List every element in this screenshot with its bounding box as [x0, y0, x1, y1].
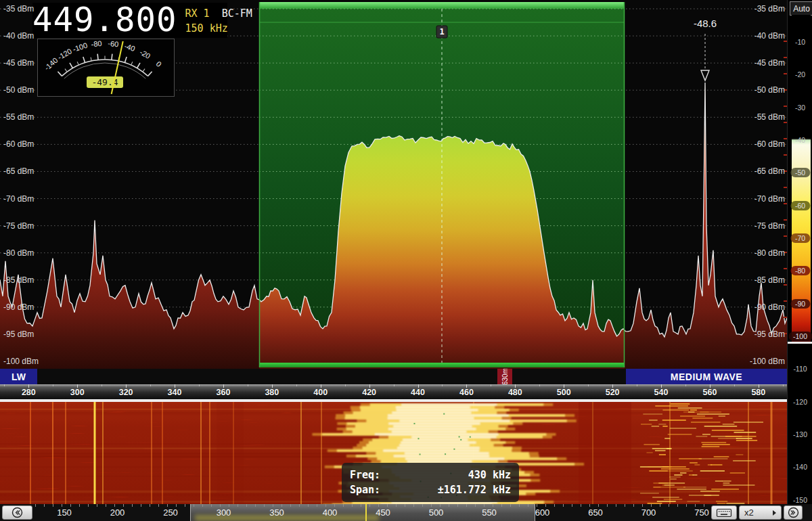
- bandwidth-label[interactable]: 150 kHz: [185, 22, 228, 35]
- dbm-label-right: -80 dBm: [754, 248, 785, 258]
- scrollbar-tick: [185, 504, 185, 507]
- scrollbar-tick: [273, 504, 273, 507]
- scrollbar-tick: [457, 504, 458, 507]
- scrollbar-tick: [281, 504, 282, 507]
- scrollbar-tick: [695, 504, 696, 507]
- freq-scale-tick: [588, 384, 589, 386]
- scrollbar-tick: [387, 504, 388, 507]
- band-medium-wave[interactable]: MEDIUM WAVE: [626, 369, 787, 384]
- scrollbar-freq-label: 500: [429, 507, 444, 518]
- scrollbar-tick: [114, 504, 115, 507]
- zoom-step-label: x2: [744, 507, 754, 518]
- scrollbar-tick: [229, 504, 229, 507]
- scrollbar-freq-label: 350: [269, 507, 284, 518]
- freq-scale-tick: [734, 384, 735, 386]
- scrollbar-tick: [396, 504, 397, 507]
- scrollbar-tick: [62, 504, 62, 507]
- colorbar-label-pill: -50: [790, 168, 810, 177]
- s-meter-scale-label: 0: [154, 60, 163, 68]
- colorbar-label-pill: -60: [790, 201, 810, 210]
- scrollbar-freq-label: 600: [535, 507, 550, 518]
- scrollbar-tick: [211, 504, 212, 507]
- freq-scale-label: 460: [459, 388, 474, 397]
- scrollbar-tick: [431, 504, 432, 507]
- vfo-frequency-display[interactable]: 449.800: [32, 3, 177, 38]
- colorbar-label-pill: -80: [790, 266, 810, 275]
- freq-scale-label: 400: [313, 388, 328, 397]
- mode-label[interactable]: BC-FM: [222, 7, 252, 20]
- freq-scale-label: 340: [168, 388, 182, 397]
- frequency-scrollbar[interactable]: 150200250300350400450500550600650700750 …: [0, 504, 812, 521]
- scrollbar-tick: [132, 504, 133, 507]
- frequency-scale[interactable]: 2803003203403603804004204404604805005205…: [0, 384, 787, 399]
- dbm-label-left: -85 dBm: [3, 275, 34, 285]
- dbm-label-right: -70 dBm: [754, 194, 785, 204]
- filter-selection-top-handle[interactable]: [259, 2, 625, 9]
- scroll-right-button[interactable]: [784, 505, 803, 520]
- tooltip-freq-label: Freq:: [350, 468, 380, 482]
- waterfall-separator[interactable]: [0, 399, 787, 402]
- colorbar-label-pill: -70: [790, 233, 810, 243]
- scroll-left-button[interactable]: [2, 505, 32, 520]
- scrollbar-tick: [167, 504, 168, 507]
- freq-scale-tick: [150, 384, 151, 386]
- colorbar-floor-marker[interactable]: [788, 342, 812, 344]
- scrollbar-tick: [493, 504, 493, 507]
- auto-gain-button[interactable]: Auto: [790, 1, 812, 16]
- scrollbar-tick: [651, 504, 652, 507]
- dbm-label-left: -50 dBm: [3, 85, 34, 95]
- dbm-label-left: -35 dBm: [3, 4, 34, 14]
- dbm-label-right: -35 dBm: [754, 4, 785, 14]
- scrollbar-tick: [405, 504, 405, 507]
- tooltip-span-value: ±161.772 kHz: [438, 482, 511, 497]
- scrollbar-freq-label: 400: [323, 507, 338, 518]
- scrollbar-tick: [97, 504, 97, 507]
- freq-scale-tick: [539, 384, 540, 386]
- scrollbar-tick: [440, 504, 441, 507]
- freq-scale-label: 520: [606, 388, 620, 397]
- freq-scale-tick: [685, 384, 686, 386]
- freq-scale-label: 480: [508, 388, 522, 397]
- s-meter-scale-label: -80: [91, 39, 102, 48]
- freq-scale-label: 560: [702, 388, 717, 397]
- freq-scale-label: 360: [216, 388, 230, 397]
- freq-scale-tick: [442, 384, 443, 386]
- scrollbar-tick: [202, 504, 203, 507]
- colorbar-gradient[interactable]: [792, 15, 811, 345]
- scrollbar-tick: [677, 504, 678, 507]
- scrollbar-tick: [669, 504, 669, 507]
- scrollbar-freq-label: 750: [694, 507, 709, 518]
- band-lw[interactable]: LW: [0, 369, 37, 384]
- scrollbar-tick: [466, 504, 467, 507]
- scrollbar-freq-label: 700: [641, 507, 656, 518]
- scrollbar-tick: [176, 504, 177, 507]
- scrollbar-tick: [352, 504, 353, 507]
- scrollbar-tick: [343, 504, 344, 507]
- freq-scale-tick: [4, 384, 5, 386]
- dbm-label-left: -100 dBm: [3, 357, 39, 366]
- scrollbar-freq-label: 300: [217, 507, 231, 518]
- tuned-frequency-marker: [365, 504, 367, 521]
- scrollbar-tick: [528, 504, 528, 507]
- scrollbar-tick: [123, 504, 124, 507]
- dbm-label-right: -40 dBm: [754, 31, 785, 41]
- scrollbar-tick: [686, 504, 687, 507]
- band-medium-wave-label: MEDIUM WAVE: [671, 371, 742, 382]
- freq-scale-tick: [491, 384, 491, 386]
- zoom-step-button[interactable]: x2: [739, 505, 782, 520]
- freq-scale-tick: [296, 384, 297, 386]
- zoom-step-arrow-icon[interactable]: [773, 510, 776, 516]
- scrollbar-tick: [308, 504, 309, 507]
- freq-scale-tick: [345, 384, 346, 386]
- s-meter-scale-label: -140: [43, 56, 59, 72]
- cursor-tooltip: Freq:430 kHz Span:±161.772 kHz: [342, 463, 519, 502]
- band-630m[interactable]: 630m: [497, 369, 512, 384]
- dbm-label-right: -85 dBm: [754, 275, 785, 285]
- freq-scale-tick: [53, 384, 53, 386]
- scrollbar-tick: [422, 504, 423, 507]
- scrollbar-tick: [35, 504, 36, 507]
- dbm-label-left: -70 dBm: [3, 194, 34, 204]
- keyboard-entry-button[interactable]: [711, 505, 737, 520]
- scrollbar-tick: [88, 504, 89, 507]
- scrollbar-tick: [255, 504, 256, 507]
